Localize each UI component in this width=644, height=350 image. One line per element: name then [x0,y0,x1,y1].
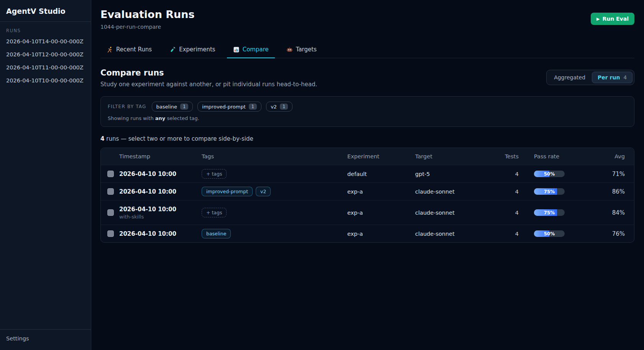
pass-rate-bar: 50% [534,171,565,177]
page-title: Evaluation Runs [100,8,195,20]
app-brand: AgentV Studio [0,0,91,21]
sidebar-spacer [0,87,91,329]
sidebar-item-settings[interactable]: Settings [0,329,91,350]
run-eval-button[interactable]: ▶ Run Eval [591,13,634,25]
view-mode-toggle: Aggregated Per run 4 [546,70,634,85]
add-tags-button[interactable]: + tags [202,169,227,179]
filter-tag-count: 1 [249,104,257,110]
run-tests: 4 [493,171,522,177]
play-icon: ▶ [596,16,600,21]
robot-icon [286,46,293,53]
pass-rate-bar: 75% [534,209,565,216]
run-timestamp: 2026-04-10 10:00 [119,171,202,177]
filter-tag-v2[interactable]: v2 1 [266,102,292,112]
column-header-pass-rate: Pass rate [522,153,565,159]
filter-tag-improved-prompt[interactable]: improved-prompt 1 [197,102,261,112]
tab-targets[interactable]: Targets [280,42,323,58]
row-select-checkbox[interactable] [107,209,114,216]
run-tests: 4 [493,189,522,195]
tab-label: Experiments [179,46,215,53]
run-tests: 4 [493,210,522,216]
column-header-tags: Tags [202,153,347,159]
add-tags-button[interactable]: + tags [202,208,227,217]
page-subtitle: 1044-per-run-compare [100,24,195,30]
table-header-row: Timestamp Tags Experiment Target Tests P… [101,148,634,165]
sidebar-run-item[interactable]: 2026-04-10T12-00-00-000Z [0,48,91,61]
runner-icon [107,46,113,53]
run-tests: 4 [493,231,522,237]
toggle-per-run-count: 4 [623,74,627,81]
row-select-checkbox[interactable] [107,188,114,195]
run-experiment: exp-a [347,189,415,195]
run-timestamp: 2026-04-10 10:00 with-skills [119,206,202,220]
tab-label: Compare [243,46,269,53]
sidebar-runs-section-label: RUNS [0,22,91,35]
filter-tag-count: 1 [280,104,288,110]
run-target: claude-sonnet [415,189,493,195]
table-row[interactable]: 2026-04-10 10:00 + tags default gpt-5 4 … [101,165,634,182]
run-target: claude-sonnet [415,231,493,237]
run-avg: 76% [565,230,634,237]
run-timestamp: 2026-04-10 10:00 [119,230,202,237]
filter-note-emphasis: any [155,115,166,121]
filter-tag-name: baseline [156,104,177,110]
runs-summary: 4 runs — select two or more to compare s… [100,135,634,142]
run-experiment: exp-a [347,231,415,237]
run-avg: 84% [565,209,634,216]
row-select-checkbox[interactable] [107,230,114,237]
filter-tag-name: improved-prompt [202,104,245,110]
tag-pill[interactable]: improved-prompt [202,187,253,196]
pass-rate-bar: 75% [534,188,565,195]
sidebar-run-item[interactable]: 2026-04-10T11-00-00-000Z [0,61,91,74]
column-header-target: Target [415,153,493,159]
filter-note: Showing runs with any selected tag. [108,115,627,121]
column-header-tests: Tests [493,153,522,159]
run-subtitle: with-skills [119,214,198,220]
toggle-per-run[interactable]: Per run 4 [592,72,632,83]
bar-chart-icon [233,46,240,53]
column-header-avg: Avg [565,153,634,159]
table-row[interactable]: 2026-04-10 10:00 baseline exp-a claude-s… [101,225,634,242]
column-header-experiment: Experiment [347,153,415,159]
pass-rate-label: 50% [534,230,565,237]
run-target: claude-sonnet [415,210,493,216]
toggle-per-run-label: Per run [598,74,620,81]
pass-rate-label: 75% [534,209,565,216]
toggle-aggregated-label: Aggregated [554,74,585,81]
pass-rate-bar: 50% [534,230,565,237]
column-header-timestamp: Timestamp [119,153,202,159]
pass-rate-label: 75% [534,188,565,195]
tab-recent-runs[interactable]: Recent Runs [100,42,158,58]
table-row[interactable]: 2026-04-10 10:00 improved-prompt v2 exp-… [101,182,634,200]
filter-tag-baseline[interactable]: baseline 1 [152,102,193,112]
compare-description: Study one experiment against another, or… [100,81,317,88]
sidebar: AgentV Studio RUNS 2026-04-10T14-00-00-0… [0,0,91,350]
tab-bar: Recent Runs Experiments Compare Targets [100,42,634,58]
pass-rate-label: 50% [534,171,565,177]
sidebar-run-item[interactable]: 2026-04-10T10-00-00-000Z [0,74,91,87]
run-avg: 71% [565,171,634,177]
tag-pill[interactable]: v2 [256,187,271,196]
run-experiment: default [347,171,415,177]
toggle-aggregated[interactable]: Aggregated [548,72,591,83]
row-select-checkbox[interactable] [107,171,114,177]
compare-heading: Compare runs [100,68,317,77]
tab-compare[interactable]: Compare [227,42,275,58]
run-eval-label: Run Eval [602,16,629,22]
run-timestamp: 2026-04-10 10:00 [119,188,202,195]
page-header: Evaluation Runs 1044-per-run-compare ▶ R… [100,8,634,30]
filter-tag-name: v2 [271,104,277,110]
filter-tag-count: 1 [180,104,188,110]
test-tube-icon [169,46,176,53]
filter-by-tag-card: FILTER BY TAG baseline 1 improved-prompt… [100,96,634,127]
run-avg: 86% [565,188,634,195]
runs-table: Timestamp Tags Experiment Target Tests P… [100,148,634,243]
main-content: Evaluation Runs 1044-per-run-compare ▶ R… [91,0,644,350]
sidebar-run-item[interactable]: 2026-04-10T14-00-00-000Z [0,35,91,48]
run-target: gpt-5 [415,171,493,177]
tab-experiments[interactable]: Experiments [163,42,221,58]
tab-label: Recent Runs [116,46,152,53]
tag-pill[interactable]: baseline [202,229,231,238]
table-row[interactable]: 2026-04-10 10:00 with-skills + tags exp-… [101,200,634,225]
run-experiment: exp-a [347,210,415,216]
